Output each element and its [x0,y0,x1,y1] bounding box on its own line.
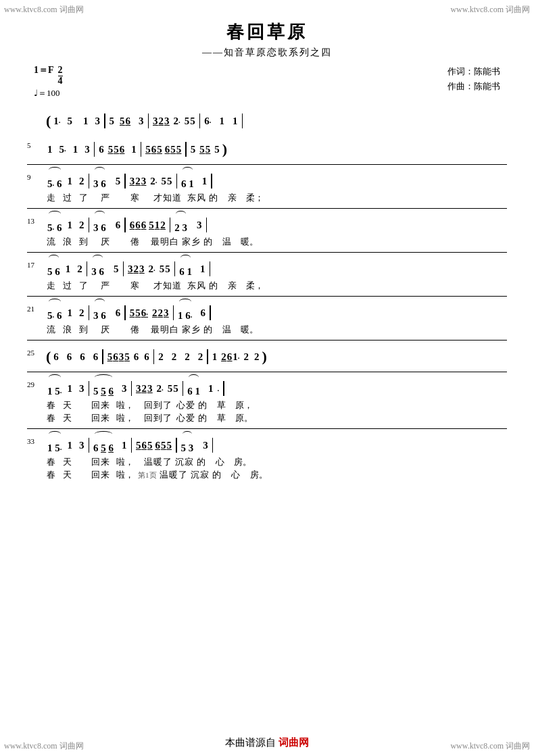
score-row-3: 9 5. 6 1 2 3 6 5 [27,170,507,204]
bottom-brand: 本曲谱源自 词曲网 [225,736,309,749]
score-row-5: 17 5 6 1 2 3 6 5 [27,258,507,292]
score-row-7: 25 ( 6 6 6 6 5 6 3 5 6 [27,346,507,368]
key-label: 1＝F [34,64,54,76]
score-row-9: 33 1 5. 1 3 6 5 6 1 [27,434,507,481]
score-row-4: 13 5. 6 1 2 3 6 6 [27,214,507,248]
authorship: 作词：陈能书 作曲：陈能书 [447,64,500,94]
tempo: ♩＝100 [34,87,63,99]
watermark-top-right: www.ktvc8.com 词曲网 [450,4,530,16]
watermark-top-left: www.ktvc8.com 词曲网 [4,4,84,16]
sub-title: ——知音草原恋歌系列之四 [0,47,534,59]
key-time-block: 1＝F 2 4 ♩＝100 [34,64,63,99]
watermark-bottom-right: www.ktvc8.com 词曲网 [450,740,530,752]
time-signature: 2 4 [58,66,63,86]
score-row-2: 5 1 5. 1 3 6 5 5 6 1 [27,138,507,160]
score-row-8: 29 1 5. 1 3 5 5 6 3 [27,378,507,424]
score-row-1: ( 1. 5 1 3 5 5 6 3 [27,110,507,132]
watermark-bottom-left: www.ktvc8.com 词曲网 [4,740,84,752]
score-row-6: 21 5. 6 1 2 3 6 6 [27,302,507,336]
